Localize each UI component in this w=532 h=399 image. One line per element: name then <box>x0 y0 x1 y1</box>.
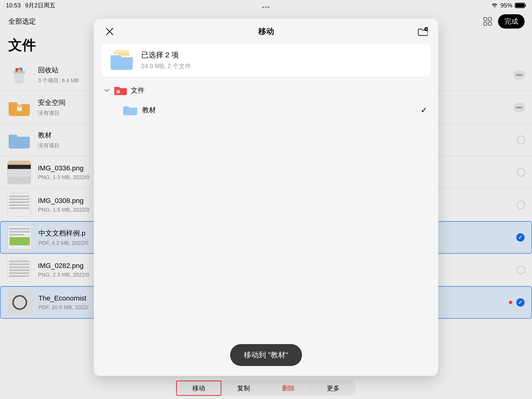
more-button[interactable]: ••• <box>513 70 525 80</box>
image-thumbnail <box>7 258 31 282</box>
battery-icon <box>515 3 526 8</box>
svg-rect-2 <box>525 4 526 6</box>
selection-title: 已选择 2 项 <box>141 50 191 60</box>
grid-view-button[interactable] <box>482 16 493 27</box>
multitask-dots-icon[interactable]: ••• <box>262 3 270 11</box>
svg-rect-4 <box>488 17 492 21</box>
modal-title: 移动 <box>258 26 274 37</box>
folder-icon <box>123 104 137 116</box>
tree-child[interactable]: 教材 ✓ <box>108 100 431 121</box>
files-stack-icon <box>108 49 135 71</box>
root-label: 文件 <box>131 86 145 95</box>
secure-folder-icon <box>7 96 31 119</box>
chevron-down-icon <box>104 87 110 94</box>
svg-point-9 <box>17 69 21 73</box>
image-thumbnail <box>7 161 31 184</box>
select-radio[interactable] <box>517 201 525 209</box>
toolbar-move-button[interactable]: 移动 <box>176 381 221 396</box>
selection-summary-card: 已选择 2 项 24.9 MB, 2 个文件 <box>101 43 431 77</box>
tree-root[interactable]: 文件 <box>101 81 431 100</box>
root-folder-icon <box>114 85 127 96</box>
pdf-thumbnail <box>8 291 32 314</box>
image-thumbnail <box>7 193 31 217</box>
trash-icon <box>7 63 31 87</box>
toolbar-delete-button[interactable]: 删除 <box>266 381 311 396</box>
move-modal: 移动 已选择 2 项 24.9 MB, 2 个文件 文件 <box>94 19 438 376</box>
folder-tree: 文件 教材 ✓ <box>94 81 438 121</box>
battery-text: 95% <box>500 2 512 9</box>
new-folder-button[interactable] <box>417 26 428 37</box>
status-time: 10:53 <box>6 2 21 9</box>
select-radio[interactable] <box>517 136 525 144</box>
selection-meta: 24.9 MB, 2 个文件 <box>141 62 191 70</box>
select-radio[interactable] <box>516 298 525 307</box>
child-label: 教材 <box>142 105 156 115</box>
more-button[interactable]: ••• <box>513 103 525 112</box>
toolbar-more-button[interactable]: 更多 <box>311 381 356 396</box>
check-icon: ✓ <box>421 105 427 115</box>
folder-icon <box>7 128 31 152</box>
svg-rect-5 <box>484 22 487 25</box>
svg-rect-3 <box>484 17 487 21</box>
svg-rect-1 <box>515 3 524 7</box>
toolbar-copy-button[interactable]: 复制 <box>221 381 266 396</box>
select-radio[interactable] <box>517 266 525 274</box>
done-button[interactable]: 完成 <box>498 14 525 29</box>
bottom-toolbar: 移动 复制 删除 更多 <box>176 381 356 396</box>
status-bar: 10:53 9月2日周五 ••• 95% <box>0 0 532 10</box>
select-all-button[interactable]: 全部选定 <box>8 17 36 26</box>
svg-rect-10 <box>17 107 22 111</box>
close-button[interactable] <box>104 26 115 37</box>
move-confirm-button[interactable]: 移动到 "教材" <box>230 344 302 366</box>
status-date: 9月2日周五 <box>25 1 55 9</box>
select-radio[interactable] <box>516 233 525 242</box>
wifi-icon <box>491 3 498 8</box>
svg-rect-6 <box>488 22 492 25</box>
select-radio[interactable] <box>517 168 525 177</box>
status-dot-icon <box>509 301 512 304</box>
pdf-thumbnail <box>8 226 32 249</box>
